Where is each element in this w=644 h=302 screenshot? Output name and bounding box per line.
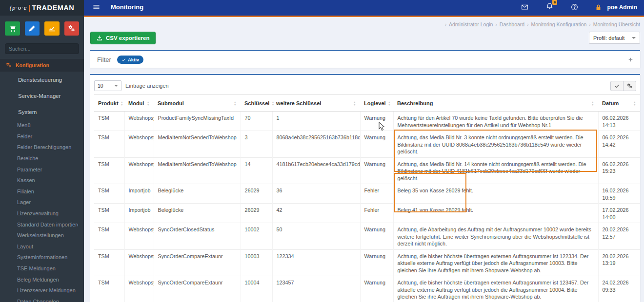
- column-header[interactable]: Loglevel ▲▼: [360, 95, 393, 112]
- hamburger-menu-icon[interactable]: [93, 3, 100, 11]
- column-visibility-button[interactable]: [610, 81, 624, 91]
- cell-beschreibung: Beleg 41 von Kasse 26029 fehlt.: [393, 204, 598, 223]
- table-row[interactable]: TSM Importjob Beleglücke 26029 42 Fehler…: [94, 204, 640, 223]
- profile-select-value: Profil: default: [593, 35, 624, 41]
- table-row[interactable]: TSM Webshopsync ProductFamilySyncMissing…: [94, 112, 640, 131]
- sidebar-subitem[interactable]: Lager: [0, 197, 84, 208]
- cell-loglevel: Warnung: [360, 131, 393, 158]
- sidebar-section-konfiguration[interactable]: Konfiguration: [0, 59, 84, 72]
- cell-modul: Webshopsync: [124, 223, 154, 250]
- profile-select[interactable]: Profil: default: [589, 32, 640, 44]
- table-row[interactable]: TSM Webshopsync MediaItemNotSendedToWebs…: [94, 131, 640, 158]
- search-icon[interactable]: [75, 46, 75, 52]
- csv-export-label: CSV exportieren: [106, 35, 149, 41]
- cogs-icon: [68, 25, 75, 32]
- column-header[interactable]: Modul ▲▼: [124, 95, 154, 112]
- table-row[interactable]: TSM Importjob Beleglücke 26029 36 Fehler…: [94, 184, 640, 204]
- sidebar-subitem[interactable]: Beleg Meldungen: [0, 274, 84, 285]
- sidebar-subitem[interactable]: Werkseinstellungen: [0, 230, 84, 241]
- sidebar-item[interactable]: Service-Manager: [0, 88, 84, 104]
- sort-icon[interactable]: ▲▼: [234, 101, 237, 106]
- sidebar-subitem-label: Standard Daten importieren: [17, 222, 78, 227]
- table-settings-button[interactable]: [623, 81, 636, 91]
- add-filter-icon[interactable]: [628, 57, 633, 62]
- sort-icon[interactable]: ▲▼: [353, 101, 356, 106]
- cell-loglevel: Fehler: [360, 204, 393, 223]
- chart-line-icon: [48, 25, 56, 32]
- table-row[interactable]: TSM Webshopsync SyncOrderCompareExtaunr …: [94, 276, 640, 302]
- cell-schluessel: 26029: [241, 204, 272, 223]
- sidebar-search[interactable]: [5, 43, 79, 54]
- stats-quick-button[interactable]: [44, 21, 60, 36]
- cell-submodul: SyncOrderClosedStatus: [154, 223, 241, 250]
- cell-submodul: Beleglücke: [154, 184, 241, 204]
- content-area: › Administrator Login › Dashboard › Moni…: [84, 17, 644, 302]
- edit-quick-button[interactable]: [25, 21, 40, 36]
- column-header[interactable]: Beschreibung ▲▼: [393, 95, 598, 112]
- cart-quick-button[interactable]: [5, 21, 20, 36]
- sidebar-subitem-label: Bereiche: [17, 155, 78, 161]
- sidebar-subitem[interactable]: Filialen: [0, 186, 84, 197]
- cart-icon: [9, 25, 16, 32]
- sort-icon[interactable]: ▲▼: [147, 101, 150, 106]
- column-header[interactable]: weitere Schlüssel ▲▼: [272, 95, 360, 112]
- notification-badge: 6: [552, 0, 557, 5]
- search-input[interactable]: [9, 46, 75, 52]
- column-header[interactable]: Datum ▲▼: [598, 95, 640, 112]
- sidebar-subitem[interactable]: Felder: [0, 131, 84, 142]
- sidebar-subitem[interactable]: Systeminformationen: [0, 252, 84, 263]
- sidebar-item[interactable]: Dienstesteuerung: [0, 72, 84, 88]
- help-icon[interactable]: [571, 3, 578, 11]
- breadcrumb-link[interactable]: Dashboard: [500, 21, 524, 27]
- cell-datum: 20.02.2026 12:57: [598, 223, 640, 250]
- sidebar-subitem-label: Kassen: [17, 177, 78, 183]
- breadcrumb-link[interactable]: Monitoring Konfiguration: [531, 21, 587, 27]
- sidebar-subitem[interactable]: Layout: [0, 241, 84, 252]
- datum-time: 10:59: [603, 194, 637, 202]
- page-length-select[interactable]: 10: [94, 80, 121, 91]
- sidebar-subitem[interactable]: Parameter: [0, 164, 84, 175]
- messages-icon[interactable]: [521, 3, 528, 11]
- cell-datum: 06.02.2026 14:13: [598, 112, 640, 131]
- cell-datum: 24.02.2026 09:33: [598, 276, 640, 302]
- page-length-value: 10: [98, 83, 103, 89]
- cell-modul: Webshopsync: [124, 112, 154, 131]
- notifications-button[interactable]: 6: [546, 2, 553, 12]
- user-lock-icon[interactable]: [595, 3, 602, 11]
- download-icon: [97, 35, 102, 41]
- table-row[interactable]: TSM Webshopsync SyncOrderClosedStatus 10…: [94, 223, 640, 250]
- sidebar-subitem[interactable]: Menü: [0, 120, 84, 131]
- sidebar-subitem[interactable]: Felder Berechtigungen: [0, 142, 84, 153]
- sort-icon[interactable]: ▲▼: [388, 101, 391, 106]
- sidebar-item[interactable]: System: [0, 104, 84, 120]
- column-header[interactable]: Schlüssel ▲▼: [241, 95, 272, 112]
- user-menu[interactable]: poe Admin: [607, 4, 637, 11]
- sort-icon[interactable]: ▲▼: [591, 101, 594, 106]
- cell-beschreibung: Achtung für den Artikel 70 wurde keine T…: [393, 112, 598, 131]
- cell-produkt: TSM: [94, 249, 124, 276]
- settings-quick-button[interactable]: [64, 21, 80, 36]
- sort-icon[interactable]: ▲▼: [271, 101, 274, 106]
- table-row[interactable]: TSM Webshopsync MediaItemNotSendedToWebs…: [94, 157, 640, 184]
- column-header[interactable]: Submodul ▲▼: [154, 95, 241, 112]
- breadcrumb-link[interactable]: Administrator Login: [449, 21, 493, 27]
- table-row[interactable]: TSM Webshopsync SyncOrderCompareExtaunr …: [94, 249, 640, 276]
- sort-icon[interactable]: ▲▼: [633, 101, 636, 106]
- column-header[interactable]: Produkt ▲▼: [94, 95, 124, 112]
- csv-export-button[interactable]: CSV exportieren: [90, 32, 156, 44]
- cell-loglevel: Warnung: [360, 112, 393, 131]
- filter-active-badge[interactable]: Aktiv: [117, 56, 143, 64]
- column-header-label: weitere Schlüssel: [276, 100, 321, 106]
- sidebar-subitem[interactable]: Standard Daten importieren: [0, 219, 84, 230]
- sidebar-subitem[interactable]: Lizenzserver Meldungen: [0, 285, 84, 296]
- sort-icon[interactable]: ▲▼: [121, 101, 123, 106]
- cell-loglevel: Warnung: [360, 157, 393, 184]
- sidebar-subitem[interactable]: Bereiche: [0, 153, 84, 164]
- cell-submodul: MediaItemNotSendedToWebshop: [154, 131, 241, 158]
- sidebar-subitem[interactable]: Kassen: [0, 175, 84, 186]
- sidebar-subitem[interactable]: Daten Changelog: [0, 296, 84, 302]
- sidebar-subitem[interactable]: TSE Meldungen: [0, 263, 84, 274]
- sidebar-subitem[interactable]: Lizenzverwaltung: [0, 208, 84, 219]
- breadcrumb-link[interactable]: Monitoring Übersicht: [593, 21, 640, 27]
- cell-datum: 16.02.2026 10:59: [598, 184, 640, 204]
